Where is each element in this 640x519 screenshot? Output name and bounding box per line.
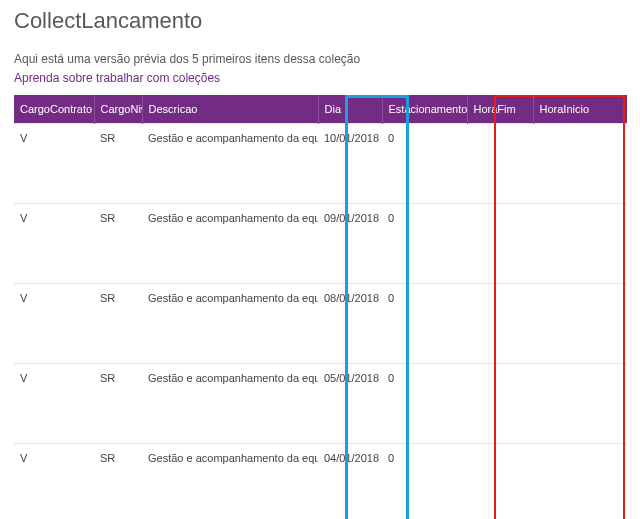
cell-estacionamento: 0: [382, 284, 467, 364]
col-cargo-contrato[interactable]: CargoContrato: [14, 95, 94, 124]
col-dia[interactable]: Dia: [318, 95, 382, 124]
cell-horaFim: [467, 124, 533, 204]
cell-cargoNivel: SR: [94, 444, 142, 520]
col-hora-fim[interactable]: HoraFim: [467, 95, 533, 124]
table-row[interactable]: VSRGestão e acompanhamento da equipe09/0…: [14, 204, 627, 284]
cell-estacionamento: 0: [382, 204, 467, 284]
table-row[interactable]: VSRGestão e acompanhamento da equipe04/0…: [14, 444, 627, 520]
cell-horaInicio: [533, 124, 627, 204]
learn-collections-link[interactable]: Aprenda sobre trabalhar com coleções: [14, 71, 220, 85]
cell-horaInicio: [533, 284, 627, 364]
cell-cargoNivel: SR: [94, 284, 142, 364]
cell-estacionamento: 0: [382, 124, 467, 204]
cell-cargoNivel: SR: [94, 124, 142, 204]
col-estacionamento[interactable]: Estacionamento: [382, 95, 467, 124]
cell-cargoContrato: V: [14, 204, 94, 284]
cell-horaFim: [467, 364, 533, 444]
col-hora-inicio[interactable]: HoraInicio: [533, 95, 627, 124]
cell-dia: 08/01/2018: [318, 284, 382, 364]
page-title: CollectLancamento: [14, 8, 626, 34]
cell-descricao: Gestão e acompanhamento da equipe: [142, 364, 318, 444]
cell-horaInicio: [533, 444, 627, 520]
table-row[interactable]: VSRGestão e acompanhamento da equipe08/0…: [14, 284, 627, 364]
cell-cargoContrato: V: [14, 124, 94, 204]
cell-estacionamento: 0: [382, 444, 467, 520]
cell-dia: 04/01/2018: [318, 444, 382, 520]
cell-dia: 09/01/2018: [318, 204, 382, 284]
cell-descricao: Gestão e acompanhamento da equipe: [142, 124, 318, 204]
table-row[interactable]: VSRGestão e acompanhamento da equipe05/0…: [14, 364, 627, 444]
cell-cargoContrato: V: [14, 364, 94, 444]
cell-descricao: Gestão e acompanhamento da equipe: [142, 204, 318, 284]
collection-table: CargoContrato CargoNivel Descricao Dia E…: [14, 95, 627, 519]
cell-cargoContrato: V: [14, 444, 94, 520]
cell-horaFim: [467, 204, 533, 284]
cell-cargoContrato: V: [14, 284, 94, 364]
cell-dia: 05/01/2018: [318, 364, 382, 444]
cell-cargoNivel: SR: [94, 364, 142, 444]
cell-descricao: Gestão e acompanhamento da equipe: [142, 444, 318, 520]
cell-horaFim: [467, 444, 533, 520]
cell-descricao: Gestão e acompanhamento da equipe: [142, 284, 318, 364]
cell-dia: 10/01/2018: [318, 124, 382, 204]
cell-horaInicio: [533, 364, 627, 444]
preview-subtitle: Aqui está uma versão prévia dos 5 primei…: [14, 52, 626, 66]
table-container: CargoContrato CargoNivel Descricao Dia E…: [14, 95, 627, 519]
col-cargo-nivel[interactable]: CargoNivel: [94, 95, 142, 124]
cell-cargoNivel: SR: [94, 204, 142, 284]
cell-horaFim: [467, 284, 533, 364]
cell-estacionamento: 0: [382, 364, 467, 444]
cell-horaInicio: [533, 204, 627, 284]
table-row[interactable]: VSRGestão e acompanhamento da equipe10/0…: [14, 124, 627, 204]
col-descricao[interactable]: Descricao: [142, 95, 318, 124]
table-header-row: CargoContrato CargoNivel Descricao Dia E…: [14, 95, 627, 124]
